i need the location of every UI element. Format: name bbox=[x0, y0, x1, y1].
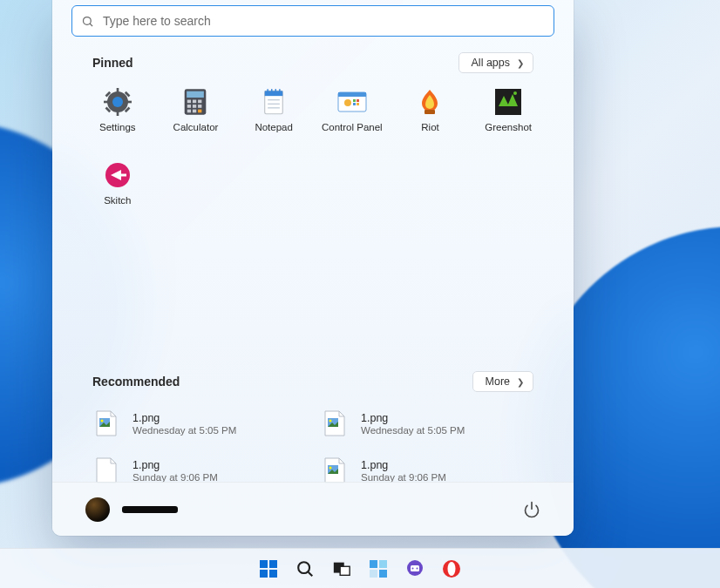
file-name: 1.png bbox=[361, 412, 465, 424]
chevron-right-icon: ❯ bbox=[517, 58, 524, 68]
user-name-redacted bbox=[122, 506, 178, 513]
image-file-icon bbox=[321, 456, 349, 484]
svg-rect-17 bbox=[187, 105, 191, 108]
taskbar bbox=[0, 548, 720, 588]
file-name: 1.png bbox=[132, 412, 236, 424]
svg-rect-20 bbox=[187, 110, 191, 113]
pinned-title: Pinned bbox=[92, 56, 133, 70]
taskbar-chat-button[interactable] bbox=[403, 557, 427, 581]
svg-line-56 bbox=[309, 571, 313, 576]
taskbar-opera-button[interactable] bbox=[439, 557, 464, 581]
svg-rect-18 bbox=[193, 105, 196, 108]
pinned-app-settings[interactable]: Settings bbox=[78, 84, 157, 152]
pinned-app-calculator[interactable]: Calculator bbox=[157, 84, 235, 152]
file-timestamp: Wednesday at 5:05 PM bbox=[132, 425, 236, 436]
svg-rect-51 bbox=[260, 560, 268, 568]
svg-point-3 bbox=[112, 97, 123, 107]
pinned-app-control-panel[interactable]: Control Panel bbox=[313, 84, 391, 152]
svg-point-45 bbox=[101, 420, 104, 422]
svg-rect-61 bbox=[370, 570, 377, 578]
svg-point-0 bbox=[84, 17, 92, 24]
svg-rect-40 bbox=[495, 89, 521, 115]
svg-rect-54 bbox=[269, 570, 277, 578]
greenshot-icon bbox=[493, 87, 523, 117]
image-file-icon bbox=[321, 409, 349, 437]
svg-rect-21 bbox=[193, 110, 196, 113]
svg-rect-7 bbox=[126, 101, 132, 104]
svg-rect-5 bbox=[116, 110, 119, 116]
taskbar-task-view-button[interactable] bbox=[329, 557, 354, 581]
pinned-header: Pinned All apps ❯ bbox=[52, 52, 574, 73]
pinned-app-skitch[interactable]: Skitch bbox=[78, 157, 157, 225]
svg-point-34 bbox=[344, 99, 351, 106]
svg-rect-59 bbox=[370, 560, 377, 568]
file-timestamp: Wednesday at 5:05 PM bbox=[361, 425, 465, 436]
svg-rect-22 bbox=[199, 110, 202, 113]
svg-point-49 bbox=[329, 467, 332, 470]
notepad-icon bbox=[259, 87, 289, 117]
riot-icon bbox=[415, 87, 445, 117]
app-label: Settings bbox=[99, 122, 136, 132]
svg-rect-38 bbox=[357, 103, 359, 105]
file-name: 1.png bbox=[132, 459, 218, 471]
svg-point-55 bbox=[298, 562, 309, 573]
user-account-button[interactable] bbox=[85, 497, 178, 522]
all-apps-label: All apps bbox=[472, 57, 510, 69]
more-label: More bbox=[486, 375, 510, 388]
file-timestamp: Sunday at 9:06 PM bbox=[361, 472, 446, 483]
svg-rect-15 bbox=[193, 100, 196, 104]
app-label: Greenshot bbox=[485, 122, 532, 132]
taskbar-widgets-button[interactable] bbox=[366, 557, 391, 581]
svg-point-47 bbox=[329, 420, 332, 422]
pinned-app-greenshot[interactable]: Greenshot bbox=[469, 84, 547, 152]
file-name: 1.png bbox=[361, 459, 446, 471]
recommended-title: Recommended bbox=[92, 375, 180, 389]
pinned-app-riot[interactable]: Riot bbox=[391, 84, 470, 152]
app-label: Control Panel bbox=[322, 122, 383, 132]
svg-rect-16 bbox=[199, 100, 202, 104]
recommended-grid: 1.png Wednesday at 5:05 PM 1.png Wednesd… bbox=[52, 392, 574, 488]
app-label: Notepad bbox=[255, 122, 292, 132]
calculator-icon bbox=[180, 87, 210, 117]
svg-point-66 bbox=[417, 567, 418, 569]
search-box[interactable] bbox=[71, 5, 554, 37]
recommended-item[interactable]: 1.png Wednesday at 5:05 PM bbox=[316, 406, 539, 441]
search-icon bbox=[81, 15, 94, 28]
svg-rect-53 bbox=[260, 570, 268, 578]
search-input[interactable] bbox=[103, 14, 545, 28]
svg-rect-13 bbox=[187, 91, 205, 98]
svg-point-68 bbox=[448, 562, 456, 576]
more-button[interactable]: More ❯ bbox=[472, 371, 533, 392]
svg-rect-60 bbox=[379, 560, 387, 568]
recommended-item[interactable]: 1.png Wednesday at 5:05 PM bbox=[87, 406, 310, 441]
taskbar-start-button[interactable] bbox=[256, 557, 281, 581]
control-panel-icon bbox=[337, 87, 367, 117]
start-menu: Pinned All apps ❯ Settings Calculator No… bbox=[52, 0, 574, 536]
taskbar-search-button[interactable] bbox=[293, 557, 317, 581]
chevron-right-icon: ❯ bbox=[517, 377, 524, 387]
svg-rect-33 bbox=[338, 92, 366, 97]
svg-rect-52 bbox=[269, 560, 277, 568]
svg-rect-19 bbox=[199, 105, 202, 108]
svg-point-65 bbox=[412, 567, 414, 569]
app-label: Skitch bbox=[104, 195, 131, 206]
pinned-grid: Settings Calculator Notepad Control Pane… bbox=[52, 73, 574, 225]
all-apps-button[interactable]: All apps ❯ bbox=[458, 52, 533, 73]
svg-rect-36 bbox=[357, 99, 359, 102]
file-timestamp: Sunday at 9:06 PM bbox=[132, 472, 218, 483]
svg-rect-4 bbox=[116, 88, 119, 94]
blank-file-icon bbox=[92, 456, 120, 484]
settings-icon bbox=[103, 87, 132, 117]
recommended-header: Recommended More ❯ bbox=[52, 371, 574, 392]
avatar bbox=[85, 497, 110, 522]
app-label: Calculator bbox=[173, 122, 219, 132]
svg-rect-14 bbox=[187, 100, 191, 104]
image-file-icon bbox=[92, 409, 120, 437]
svg-point-41 bbox=[513, 91, 517, 95]
svg-rect-35 bbox=[353, 99, 356, 102]
power-button[interactable] bbox=[523, 501, 540, 518]
svg-rect-37 bbox=[353, 103, 356, 105]
svg-rect-62 bbox=[379, 570, 387, 578]
pinned-app-notepad[interactable]: Notepad bbox=[234, 84, 313, 152]
svg-rect-58 bbox=[340, 566, 350, 575]
